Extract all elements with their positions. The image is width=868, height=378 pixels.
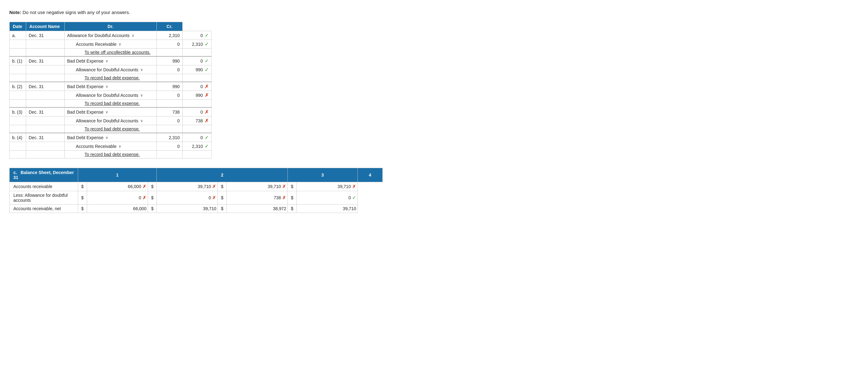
dropdown-arrow-icon[interactable]: ∨ — [140, 93, 143, 97]
je-section-label: b. (3) — [10, 108, 26, 116]
je-cr[interactable]: 0✓ — [182, 133, 211, 142]
je-account[interactable]: Allowance for Doubtful Accounts∨ — [64, 116, 156, 125]
je-dr — [156, 151, 182, 158]
bs-val-text: 39,710 — [268, 184, 281, 189]
je-account[interactable]: Bad Debt Expense∨ — [64, 108, 156, 116]
bs-col-header-3: 3 — [288, 168, 358, 182]
bs-value[interactable]: 39,710✗ — [157, 182, 218, 191]
bs-status-x-icon: ✗ — [282, 195, 286, 201]
bs-status-check-icon: ✓ — [352, 195, 356, 201]
je-cr[interactable]: 0✗ — [182, 82, 211, 91]
dropdown-arrow-icon[interactable]: ∨ — [132, 33, 134, 38]
je-dr[interactable]: 0 — [156, 116, 182, 125]
dropdown-arrow-icon[interactable]: ∨ — [140, 67, 143, 72]
je-dr[interactable]: 0 — [156, 65, 182, 74]
je-section-label: b. (2) — [10, 82, 26, 91]
dropdown-arrow-icon[interactable]: ∨ — [119, 42, 121, 47]
je-memo: To record bad debt expense. — [76, 126, 140, 132]
je-account[interactable]: Allowance for Doubtful Accounts∨ — [64, 31, 156, 40]
bs-row: Accounts receivable, net$66,000$39,710$3… — [10, 205, 383, 213]
je-memo: To record bad debt expense. — [76, 152, 140, 157]
je-cr[interactable]: 738✗ — [182, 116, 211, 125]
je-memo: To record bad debt expense. — [76, 101, 140, 106]
cr-value: 2,310 — [192, 42, 203, 47]
bs-status-x-icon: ✗ — [212, 184, 216, 189]
bs-row-label: Less: Allowance for doubtful accounts — [10, 191, 78, 205]
account-name-text: Accounts Receivable — [76, 144, 117, 149]
je-date — [26, 40, 64, 49]
je-account: To write off uncollectible accounts. — [64, 49, 156, 57]
je-cr[interactable]: 2,310✓ — [182, 142, 211, 151]
je-date — [26, 74, 64, 82]
je-account[interactable]: Allowance for Doubtful Accounts∨ — [64, 65, 156, 74]
je-date: Dec. 31 — [26, 31, 64, 40]
je-dr[interactable]: 0 — [156, 91, 182, 99]
bs-value: 39,710 — [297, 205, 358, 213]
dropdown-arrow-icon[interactable]: ∨ — [105, 59, 108, 63]
dropdown-arrow-icon[interactable]: ∨ — [105, 136, 108, 140]
je-cr — [182, 99, 211, 108]
bs-val-text: 39,710 — [338, 184, 351, 189]
je-cr[interactable]: 990✗ — [182, 91, 211, 99]
je-dr — [156, 49, 182, 57]
je-account[interactable]: Accounts Receivable∨ — [64, 142, 156, 151]
bs-row-label: Accounts receivable — [10, 182, 78, 191]
bs-row-label: Accounts receivable, net — [10, 205, 78, 213]
bs-value[interactable]: 0✗ — [157, 191, 218, 205]
bs-dollar-sign: $ — [218, 205, 227, 213]
je-cr[interactable]: 990✓ — [182, 65, 211, 74]
je-section-label: b. (4) — [10, 133, 26, 142]
account-name-text: Bad Debt Expense — [67, 84, 103, 89]
bs-value[interactable]: 0✓ — [297, 191, 358, 205]
je-account[interactable]: Bad Debt Expense∨ — [64, 82, 156, 91]
je-dr[interactable]: 990 — [156, 82, 182, 91]
je-account[interactable]: Accounts Receivable∨ — [64, 40, 156, 49]
je-dr[interactable]: 990 — [156, 56, 182, 65]
bs-val-text: 38,972 — [273, 206, 286, 211]
je-cr[interactable]: 0✗ — [182, 108, 211, 116]
je-date: Dec. 31 — [26, 82, 64, 91]
je-section-label: a. — [10, 31, 26, 40]
je-memo: To record bad debt expense. — [76, 75, 140, 80]
bs-val-text: 66,000 — [133, 206, 147, 211]
dropdown-arrow-icon[interactable]: ∨ — [105, 110, 108, 114]
je-account: To record bad debt expense. — [64, 74, 156, 82]
bs-status-x-icon: ✗ — [143, 195, 147, 201]
je-dr[interactable]: 738 — [156, 108, 182, 116]
bs-status-x-icon: ✗ — [143, 184, 147, 189]
je-account[interactable]: Bad Debt Expense∨ — [64, 133, 156, 142]
je-date: Dec. 31 — [26, 56, 64, 65]
dropdown-arrow-icon[interactable]: ∨ — [105, 84, 108, 89]
dropdown-arrow-icon[interactable]: ∨ — [119, 144, 121, 148]
account-name-text: Allowance for Doubtful Accounts — [76, 93, 138, 98]
je-dr[interactable]: 0 — [156, 40, 182, 49]
je-account[interactable]: Allowance for Doubtful Accounts∨ — [64, 91, 156, 99]
bs-value[interactable]: 39,710✗ — [297, 182, 358, 191]
bs-dollar-sign: $ — [78, 191, 87, 205]
je-dr[interactable]: 2,310 — [156, 31, 182, 40]
je-cr[interactable]: 0✓ — [182, 31, 211, 40]
je-section-label — [10, 116, 26, 125]
bs-dollar-sign: $ — [218, 182, 227, 191]
bs-value[interactable]: 66,000✗ — [87, 182, 148, 191]
status-x-icon: ✗ — [205, 83, 209, 89]
je-section-label — [10, 91, 26, 99]
account-name-text: Bad Debt Expense — [67, 110, 103, 115]
dropdown-arrow-icon[interactable]: ∨ — [140, 119, 143, 123]
cr-value: 738 — [196, 118, 203, 123]
account-name-text: Allowance for Doubtful Accounts — [67, 33, 130, 38]
je-cr[interactable]: 2,310✓ — [182, 40, 211, 49]
je-cr[interactable]: 0✓ — [182, 56, 211, 65]
bs-value[interactable]: 738✗ — [227, 191, 288, 205]
je-dr[interactable]: 2,310 — [156, 133, 182, 142]
je-dr[interactable]: 0 — [156, 142, 182, 151]
bs-value[interactable]: 39,710✗ — [227, 182, 288, 191]
cr-value: 2,310 — [192, 144, 203, 149]
bs-dollar-sign: $ — [288, 191, 297, 205]
bs-dollar-sign: $ — [288, 182, 297, 191]
balance-sheet-table: c. Balance Sheet, December 31 1 2 3 4 Ac… — [9, 168, 383, 213]
bs-value[interactable]: 0✗ — [87, 191, 148, 205]
je-section-label: b. (1) — [10, 56, 26, 65]
status-check-icon: ✓ — [205, 143, 209, 149]
je-account[interactable]: Bad Debt Expense∨ — [64, 56, 156, 65]
